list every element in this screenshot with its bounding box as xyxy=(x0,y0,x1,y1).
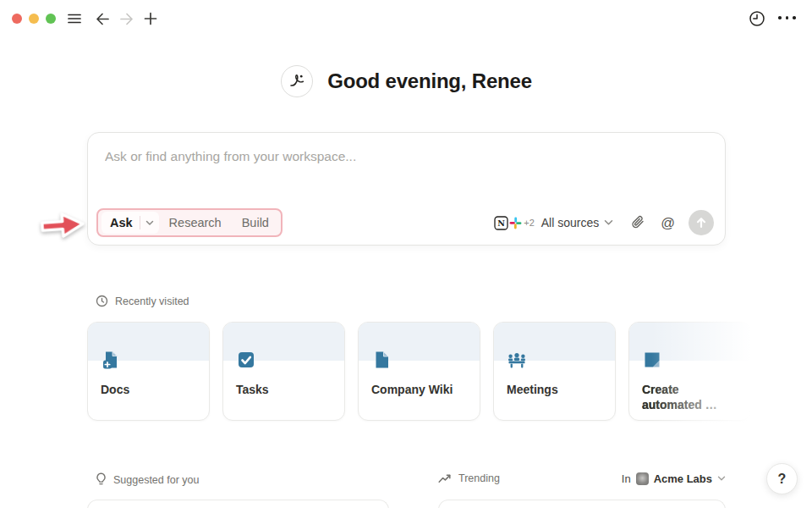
page-title: Good evening, Renee xyxy=(327,69,532,93)
trending-icon xyxy=(438,474,452,483)
app-window: Good evening, Renee Ask Research Build xyxy=(0,0,812,508)
sources-selector[interactable]: N +2 All sources xyxy=(494,216,613,230)
history-clock-icon[interactable] xyxy=(749,10,765,27)
help-button[interactable]: ? xyxy=(766,463,798,494)
card-title: Create automated … xyxy=(642,383,739,412)
window-titlebar xyxy=(0,0,812,37)
card-title: Meetings xyxy=(507,383,604,398)
card-title: Company Wiki xyxy=(371,383,469,398)
traffic-lights xyxy=(12,14,56,24)
chevron-down-icon xyxy=(604,219,613,226)
all-sources-label: All sources xyxy=(541,216,599,229)
minimize-window-button[interactable] xyxy=(29,14,39,24)
workspace-selector[interactable]: In Acme Labs xyxy=(622,472,726,485)
doc-plus-icon xyxy=(100,349,122,371)
card-company-wiki[interactable]: Company Wiki xyxy=(358,322,480,421)
ai-face-avatar xyxy=(281,65,313,97)
card-docs[interactable]: Docs xyxy=(87,322,210,421)
workspace-name: Acme Labs xyxy=(654,472,712,485)
section-title: Recently visited xyxy=(115,295,189,307)
suggested-card[interactable] xyxy=(87,500,389,508)
back-icon[interactable] xyxy=(94,10,111,27)
more-options-icon[interactable] xyxy=(778,16,796,19)
card-meetings[interactable]: Meetings xyxy=(493,322,616,421)
lightbulb-icon xyxy=(96,472,107,487)
card-title: Tasks xyxy=(236,383,333,398)
sidebar-menu-icon[interactable] xyxy=(66,10,83,27)
new-tab-icon[interactable] xyxy=(142,10,159,27)
ask-input[interactable] xyxy=(105,146,528,167)
mode-ask-label: Ask xyxy=(102,216,140,229)
trending-header: Trending xyxy=(438,472,500,484)
people-icon xyxy=(506,349,528,371)
ask-toolbar: Ask Research Build N xyxy=(96,208,714,237)
help-label: ? xyxy=(778,472,787,487)
section-title: Suggested for you xyxy=(113,474,199,486)
trending-card[interactable] xyxy=(438,500,726,508)
workspace-prefix: In xyxy=(622,472,631,485)
suggested-header: Suggested for you xyxy=(96,472,199,487)
svg-text:N: N xyxy=(497,218,505,228)
mode-tab-ask[interactable]: Ask xyxy=(102,212,159,234)
note-icon xyxy=(641,349,663,371)
submit-button[interactable] xyxy=(689,210,714,235)
arrow-up-icon xyxy=(695,217,707,229)
close-window-button[interactable] xyxy=(12,14,22,24)
document-icon xyxy=(370,349,392,371)
chevron-down-icon xyxy=(717,476,726,482)
notion-ai-face-icon xyxy=(287,71,307,91)
card-title: Docs xyxy=(101,383,198,398)
clock-icon xyxy=(96,295,108,307)
attach-file-icon[interactable] xyxy=(630,215,645,230)
recently-visited-header: Recently visited xyxy=(96,295,189,307)
chevron-down-icon[interactable] xyxy=(140,220,159,226)
mode-tab-build[interactable]: Build xyxy=(232,216,271,229)
mode-switcher-highlight: Ask Research Build xyxy=(96,208,283,237)
checkbox-icon xyxy=(235,349,257,371)
workspace-logo-icon xyxy=(636,472,649,485)
annotation-arrow-icon xyxy=(36,206,91,245)
forward-icon[interactable] xyxy=(118,10,134,27)
mention-icon[interactable]: @ xyxy=(661,215,675,231)
extra-sources-count: +2 xyxy=(524,218,535,228)
greeting-row: Good evening, Renee xyxy=(87,63,726,100)
recently-visited-cards: Docs Tasks Company Wiki xyxy=(87,322,751,421)
section-title: Trending xyxy=(458,472,500,484)
mode-tab-research[interactable]: Research xyxy=(159,216,232,229)
card-create-automated[interactable]: Create automated … xyxy=(628,322,751,421)
slack-source-icon xyxy=(509,217,522,229)
card-tasks[interactable]: Tasks xyxy=(222,322,345,421)
ask-tools: N +2 All sources xyxy=(494,210,714,235)
zoom-window-button[interactable] xyxy=(46,14,56,24)
notion-source-icon: N xyxy=(494,216,508,230)
ask-box: Ask Research Build N xyxy=(87,132,726,246)
